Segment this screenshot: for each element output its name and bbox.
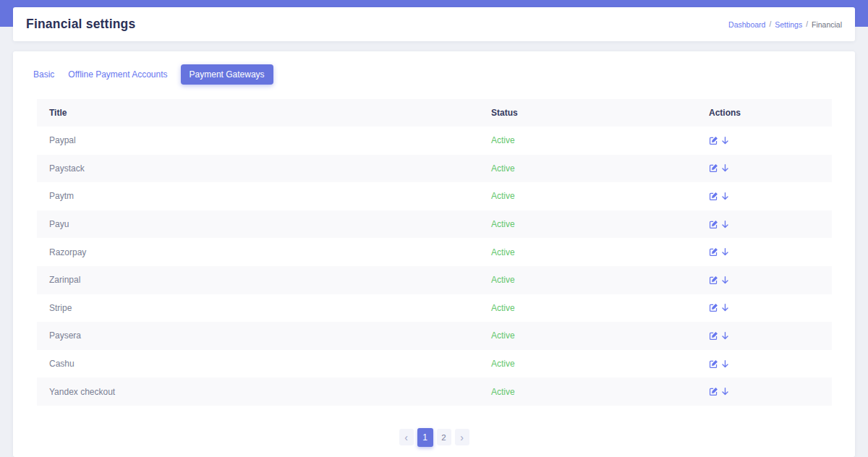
edit-button[interactable] — [709, 192, 718, 201]
download-button[interactable] — [720, 303, 730, 312]
status-cell: Active — [479, 377, 697, 406]
download-icon — [720, 359, 730, 369]
gateway-title: Yandex checkout — [37, 377, 479, 406]
status-badge: Active — [491, 275, 515, 285]
status-cell: Active — [479, 266, 697, 294]
breadcrumb-separator: / — [769, 20, 771, 28]
edit-button[interactable] — [709, 331, 718, 341]
actions-cell — [697, 350, 832, 378]
download-icon — [720, 220, 730, 229]
breadcrumb-settings[interactable]: Settings — [775, 20, 802, 29]
breadcrumb-financial: Financial — [812, 20, 842, 29]
table-row: PayuActive — [37, 210, 832, 239]
breadcrumb-dashboard[interactable]: Dashboard — [728, 20, 765, 29]
download-icon — [720, 303, 730, 312]
gateway-title: Paytm — [37, 182, 479, 210]
download-button[interactable] — [720, 192, 730, 201]
edit-icon — [709, 163, 718, 173]
status-cell: Active — [479, 210, 697, 239]
edit-button[interactable] — [709, 276, 718, 285]
status-cell: Active — [479, 155, 697, 183]
page-title: Financial settings — [26, 17, 135, 32]
actions-cell — [697, 377, 832, 406]
status-badge: Active — [491, 330, 515, 341]
download-button[interactable] — [720, 359, 730, 369]
table-header-row: Title Status Actions — [37, 99, 832, 127]
table-body: PaypalActivePaystackActivePaytmActivePay… — [37, 127, 832, 406]
actions-cell — [697, 294, 832, 323]
edit-button[interactable] — [709, 303, 718, 312]
edit-icon — [709, 276, 718, 285]
column-header-actions: Actions — [697, 99, 832, 127]
download-icon — [720, 136, 730, 145]
download-icon — [720, 387, 730, 396]
page-header: Financial settings Dashboard/Settings/Fi… — [13, 7, 855, 41]
pagination-page-2[interactable]: 2 — [437, 429, 451, 445]
edit-icon — [709, 387, 718, 396]
table-row: StripeActive — [37, 294, 832, 323]
table-row: PaypalActive — [37, 127, 832, 155]
download-icon — [720, 192, 730, 201]
pagination-page-1[interactable]: 1 — [417, 428, 433, 447]
status-badge: Active — [491, 219, 515, 229]
actions-cell — [697, 238, 832, 266]
download-icon — [720, 276, 730, 285]
status-cell: Active — [479, 350, 697, 378]
edit-button[interactable] — [709, 136, 718, 145]
breadcrumb-separator: / — [806, 20, 808, 28]
actions-cell — [697, 266, 832, 294]
gateway-title: Paypal — [37, 127, 479, 155]
status-badge: Active — [491, 163, 515, 174]
table-row: ZarinpalActive — [37, 266, 832, 294]
gateway-title: Razorpay — [37, 238, 479, 266]
tab-offline-payment-accounts[interactable]: Offline Payment Accounts — [67, 69, 168, 80]
status-badge: Active — [491, 303, 515, 313]
tab-bar: BasicOffline Payment AccountsPayment Gat… — [33, 64, 855, 84]
download-button[interactable] — [720, 220, 730, 229]
status-cell: Active — [479, 127, 697, 155]
actions-cell — [697, 155, 832, 183]
tab-payment-gateways[interactable]: Payment Gateways — [181, 64, 273, 85]
actions-cell — [697, 182, 832, 210]
gateway-title: Zarinpal — [37, 266, 479, 294]
column-header-status: Status — [479, 99, 697, 127]
download-button[interactable] — [720, 247, 730, 257]
status-badge: Active — [491, 135, 515, 145]
edit-button[interactable] — [709, 359, 718, 369]
edit-button[interactable] — [709, 163, 718, 173]
status-badge: Active — [491, 191, 515, 201]
download-button[interactable] — [720, 136, 730, 145]
status-cell: Active — [479, 238, 697, 266]
edit-button[interactable] — [709, 247, 718, 257]
table-row: PayseraActive — [37, 322, 832, 350]
tab-basic[interactable]: Basic — [33, 69, 55, 80]
edit-icon — [709, 220, 718, 229]
gateway-title: Paystack — [37, 155, 479, 183]
status-badge: Active — [491, 387, 515, 397]
edit-icon — [709, 359, 718, 369]
download-icon — [720, 247, 730, 257]
table-row: CashuActive — [37, 350, 832, 378]
table-row: PaytmActive — [37, 182, 832, 210]
edit-button[interactable] — [709, 220, 718, 229]
payment-gateways-table: Title Status Actions PaypalActivePaystac… — [37, 99, 832, 406]
download-button[interactable] — [720, 163, 730, 173]
pagination-prev[interactable]: ‹ — [399, 429, 414, 445]
status-cell: Active — [479, 294, 697, 323]
download-button[interactable] — [720, 387, 730, 396]
actions-cell — [697, 127, 832, 155]
edit-icon — [709, 247, 718, 257]
table-row: PaystackActive — [37, 155, 832, 183]
table-row: RazorpayActive — [37, 238, 832, 266]
edit-button[interactable] — [709, 387, 718, 396]
edit-icon — [709, 192, 718, 201]
download-button[interactable] — [720, 331, 730, 341]
pagination-next[interactable]: › — [455, 429, 469, 445]
download-icon — [720, 331, 730, 341]
download-button[interactable] — [720, 276, 730, 285]
gateway-title: Cashu — [37, 350, 479, 378]
status-badge: Active — [491, 247, 515, 257]
status-badge: Active — [491, 359, 515, 369]
breadcrumb: Dashboard/Settings/Financial — [728, 20, 842, 29]
table-row: Yandex checkoutActive — [37, 377, 832, 406]
